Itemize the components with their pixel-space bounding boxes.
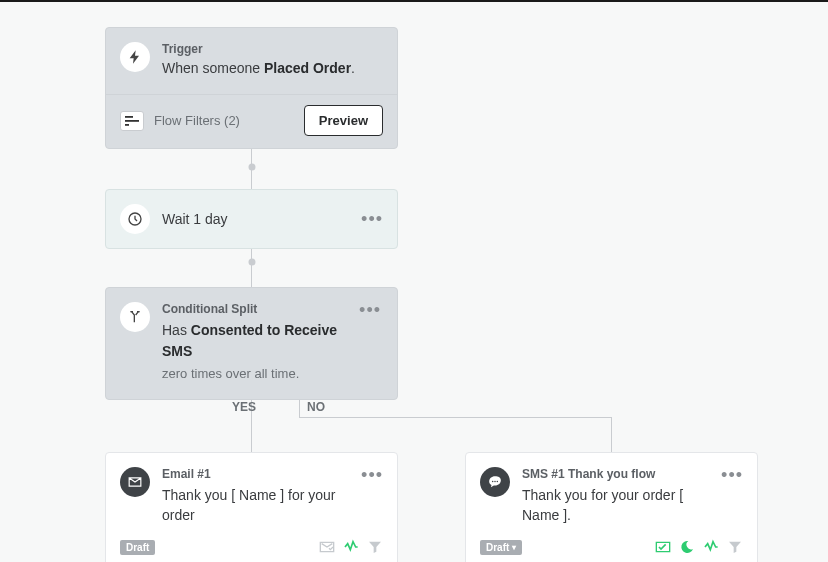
sms-card[interactable]: SMS #1 Thank you flow Thank you for your… xyxy=(465,452,758,562)
activity-icon xyxy=(343,539,359,555)
sms-label: SMS #1 Thank you flow xyxy=(522,467,721,481)
flow-filters-label[interactable]: Flow Filters (2) xyxy=(154,113,304,128)
connector-dot xyxy=(248,164,255,171)
email-icon xyxy=(120,467,150,497)
preview-button[interactable]: Preview xyxy=(304,105,383,136)
conditional-subtext: zero times over all time. xyxy=(162,366,359,381)
svg-point-6 xyxy=(497,481,499,483)
status-badge[interactable]: Draft xyxy=(120,540,155,555)
more-icon[interactable]: ••• xyxy=(361,211,383,227)
more-icon[interactable]: ••• xyxy=(359,302,381,318)
svg-point-5 xyxy=(494,481,496,483)
status-badge[interactable]: Draft▾ xyxy=(480,540,522,555)
svg-rect-0 xyxy=(125,116,133,118)
sms-text: Thank you for your order [ Name ]. xyxy=(522,486,721,525)
email-card[interactable]: Email #1 Thank you [ Name ] for your ord… xyxy=(105,452,398,562)
check-mail-icon xyxy=(319,539,335,555)
branch-yes-label: YES xyxy=(232,400,256,414)
sms-icon xyxy=(480,467,510,497)
email-label: Email #1 xyxy=(162,467,361,481)
conditional-text: Has Consented to Receive SMS xyxy=(162,320,359,362)
more-icon[interactable]: ••• xyxy=(721,467,743,483)
trigger-card[interactable]: Trigger When someone Placed Order. Flow … xyxy=(105,27,398,149)
svg-rect-2 xyxy=(125,124,129,126)
svg-rect-1 xyxy=(125,120,139,122)
wait-text: Wait 1 day xyxy=(162,211,361,227)
svg-point-4 xyxy=(492,481,494,483)
connector-dot xyxy=(248,259,255,266)
activity-icon xyxy=(703,539,719,555)
split-icon xyxy=(120,302,150,332)
funnel-icon xyxy=(727,539,743,555)
trigger-label: Trigger xyxy=(162,42,381,56)
status-icons xyxy=(655,539,743,555)
trigger-text: When someone Placed Order. xyxy=(162,60,381,76)
bolt-icon xyxy=(120,42,150,72)
clock-icon xyxy=(120,204,150,234)
connector-line xyxy=(611,417,612,452)
filter-icon xyxy=(120,111,144,131)
caret-down-icon: ▾ xyxy=(512,543,516,552)
funnel-icon xyxy=(367,539,383,555)
check-mail-icon xyxy=(655,539,671,555)
more-icon[interactable]: ••• xyxy=(361,467,383,483)
conditional-split-card[interactable]: Conditional Split Has Consented to Recei… xyxy=(105,287,398,400)
status-icons xyxy=(319,539,383,555)
branch-no-label: NO xyxy=(307,400,325,414)
quiet-hours-icon xyxy=(679,539,695,555)
email-text: Thank you [ Name ] for your order xyxy=(162,486,361,525)
wait-card[interactable]: Wait 1 day ••• xyxy=(105,189,398,249)
connector-line xyxy=(299,417,611,418)
conditional-label: Conditional Split xyxy=(162,302,359,316)
